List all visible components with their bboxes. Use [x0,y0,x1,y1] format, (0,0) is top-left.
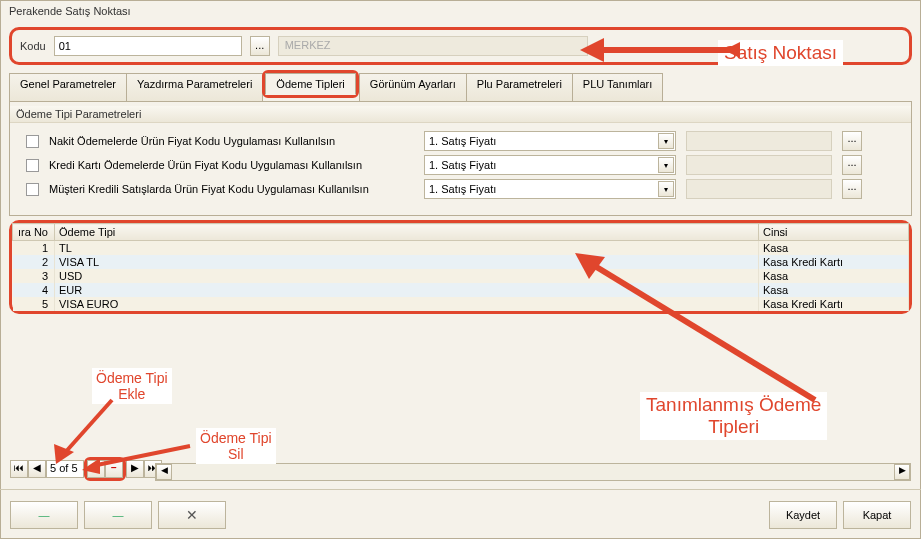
save-button[interactable]: Kaydet [769,501,837,529]
tab-yazdirma[interactable]: Yazdırma Parametreleri [126,73,263,101]
chevron-down-icon[interactable]: ▾ [658,157,674,173]
grid-table: ıra No Ödeme Tipi Cinsi 1TLKasa 2VISA TL… [12,223,909,311]
extra-kredi [686,155,832,175]
horizontal-scrollbar[interactable]: ◀ ▶ [155,463,911,481]
annotation-sil: Ödeme Tipi Sil [196,428,276,464]
code-label: Kodu [20,40,46,52]
scroll-left-button[interactable]: ◀ [156,464,172,480]
extra-musteri-button[interactable]: ... [842,179,862,199]
nav-add-button[interactable]: + [87,460,105,478]
tab-plu-tanim[interactable]: PLU Tanımları [572,73,664,101]
check-nakit[interactable] [26,135,39,148]
code-lookup-button[interactable]: ... [250,36,270,56]
nav-prev-button[interactable]: ◀ [28,460,46,478]
tab-odeme-tipleri[interactable]: Ödeme Tipleri [265,73,355,95]
nav-counter: 5 of 5 [46,460,84,478]
table-row[interactable]: 2VISA TLKasa Kredi Kartı [13,255,909,269]
table-row[interactable]: 1TLKasa [13,241,909,256]
annotation-ekle: Ödeme Tipi Ekle [92,368,172,404]
annotation-tanimlanmis: Tanımlanmış Ödeme Tipleri [640,392,827,440]
table-row[interactable]: 4EURKasa [13,283,909,297]
annotation-satis-noktasi: Satış Noktası [718,40,843,66]
combo-musteri[interactable]: 1. Satış Fiyatı▾ [424,179,676,199]
nav-first-button[interactable]: ⏮ [10,460,28,478]
footer-btn-1[interactable]: — [10,501,78,529]
tab-plu-param[interactable]: Plu Parametreleri [466,73,573,101]
col-cinsi[interactable]: Cinsi [759,224,909,241]
check-musteri[interactable] [26,183,39,196]
tab-strip: Genel Parametreler Yazdırma Parametreler… [9,73,912,102]
combo-nakit[interactable]: 1. Satış Fiyatı▾ [424,131,676,151]
table-row[interactable]: 3USDKasa [13,269,909,283]
extra-kredi-button[interactable]: ... [842,155,862,175]
check-kredi-label: Kredi Kartı Ödemelerde Ürün Fiyat Kodu U… [49,159,414,171]
extra-musteri [686,179,832,199]
extra-nakit-button[interactable]: ... [842,131,862,151]
nav-add-del-highlight: + − [84,457,126,481]
footer-btn-2[interactable]: — [84,501,152,529]
tab-active-highlight: Ödeme Tipleri [262,70,358,98]
table-row[interactable]: 5VISA EUROKasa Kredi Kartı [13,297,909,311]
check-kredi[interactable] [26,159,39,172]
code-input[interactable] [54,36,242,56]
check-nakit-label: Nakit Ödemelerde Ürün Fiyat Kodu Uygulam… [49,135,414,147]
footer-btn-cancel[interactable]: ✕ [158,501,226,529]
window-title: Perakende Satış Noktası [1,1,920,21]
check-musteri-label: Müşteri Kredili Satışlarda Ürün Fiyat Ko… [49,183,414,195]
branch-display: MERKEZ [278,36,588,56]
nav-delete-button[interactable]: − [105,460,123,478]
nav-next-button[interactable]: ▶ [126,460,144,478]
extra-nakit [686,131,832,151]
chevron-down-icon[interactable]: ▾ [658,133,674,149]
col-odeme-tipi[interactable]: Ödeme Tipi [55,224,759,241]
record-navigator: ⏮ ◀ 5 of 5 + − ▶ ⏭ [10,457,162,481]
footer-bar: — — ✕ Kaydet Kapat [0,489,921,539]
group-title: Ödeme Tipi Parametreleri [10,106,911,123]
close-button[interactable]: Kapat [843,501,911,529]
col-sira-no[interactable]: ıra No [13,224,55,241]
combo-kredi[interactable]: 1. Satış Fiyatı▾ [424,155,676,175]
tab-gorunum[interactable]: Görünüm Ayarları [359,73,467,101]
payment-types-grid: ıra No Ödeme Tipi Cinsi 1TLKasa 2VISA TL… [9,220,912,314]
scroll-right-button[interactable]: ▶ [894,464,910,480]
tab-genel[interactable]: Genel Parametreler [9,73,127,101]
chevron-down-icon[interactable]: ▾ [658,181,674,197]
tab-content: Ödeme Tipi Parametreleri Nakit Ödemelerd… [9,102,912,216]
